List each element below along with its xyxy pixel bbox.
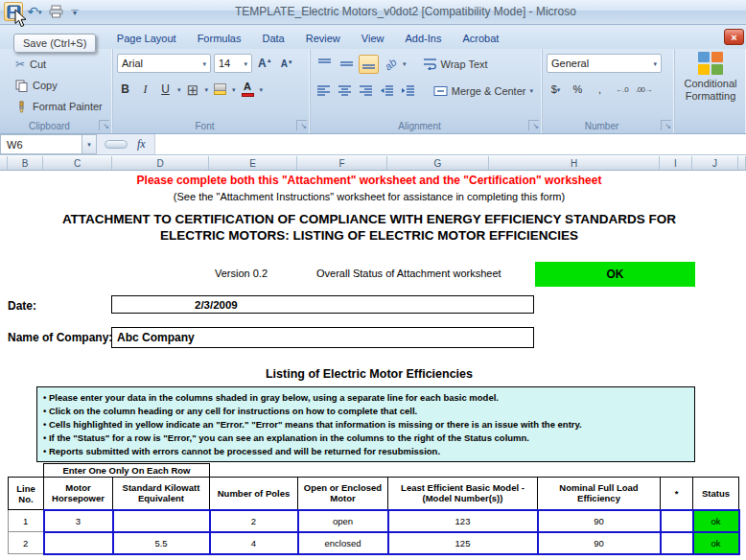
chevron-down-icon[interactable]: ▾ [205,86,209,93]
decrease-indent-button[interactable] [378,82,397,101]
column-header-h[interactable]: H [489,156,660,170]
company-field[interactable]: Abc Company [111,327,534,348]
decrease-decimal-button[interactable]: .00→ [635,80,653,99]
cell-poles[interactable]: 4 [210,532,298,554]
formula-input[interactable] [154,134,746,154]
borders-button[interactable]: ⊞ [185,80,201,99]
cell-efficiency[interactable]: 90 [538,532,661,554]
date-field[interactable]: 2/3/2009 [111,295,534,314]
col-header-kilowatt[interactable]: Standard Kilowatt Equivalent [113,478,210,510]
middle-align-button[interactable] [337,55,357,74]
insert-function-button[interactable]: fx [135,134,154,154]
cell-line-no[interactable]: 1 [9,510,44,532]
name-box-dropdown[interactable]: ▾ [82,134,97,154]
close-button[interactable]: × [724,29,744,45]
col-header-line-no[interactable]: Line No. [9,478,44,510]
cell-kilowatt[interactable] [113,510,210,532]
col-header-model[interactable]: Least Efficient Basic Model - (Model Num… [388,478,538,510]
cell-enclosure[interactable]: enclosed [298,532,388,554]
enter-one-only-header[interactable]: Enter One Only On Each Row [44,464,210,478]
cell-model[interactable]: 125 [388,532,538,554]
column-header-e[interactable]: E [209,156,297,170]
cell-star[interactable] [661,532,693,554]
align-center-button[interactable] [336,82,355,101]
col-header-enclosure[interactable]: Open or Enclosed Motor [298,478,388,510]
ribbon: ✂ Cut Copy Format Painter Clipboard ↘ [0,49,746,134]
tab-data[interactable]: Data [251,29,294,49]
merge-center-button[interactable]: Merge & Center ▾ [429,81,538,101]
italic-button[interactable]: I [137,80,153,99]
tab-formulas[interactable]: Formulas [187,29,252,49]
font-family-combobox[interactable]: Arial ▾ [117,54,211,73]
col-header-poles[interactable]: Number of Poles [210,478,298,510]
cut-button[interactable]: ✂ Cut [4,54,108,75]
top-align-button[interactable] [315,55,335,74]
chevron-down-icon[interactable]: ▾ [232,86,236,93]
font-size-value: 14 [219,58,230,69]
tab-acrobat[interactable]: Acrobat [452,29,509,49]
undo-button[interactable]: ↶ ▾ [25,2,44,21]
font-color-button[interactable]: A [240,80,256,99]
column-header-d[interactable]: D [112,156,209,170]
cell-star[interactable] [661,510,693,532]
percent-style-button[interactable]: % [569,80,587,99]
column-header-g[interactable]: G [387,156,489,170]
col-header-status[interactable]: Status [693,478,739,510]
cell-poles[interactable]: 2 [210,510,298,532]
tab-view[interactable]: View [351,29,395,49]
col-header-horsepower[interactable]: Motor Horsepower [44,478,113,510]
column-header-b[interactable]: B [8,156,43,170]
cell-horsepower[interactable]: 3 [44,510,113,532]
grow-font-button[interactable]: A▲ [255,57,275,70]
formula-bar: W6 ▾ fx [0,134,746,155]
col-header-star[interactable]: * [661,478,693,510]
font-size-combobox[interactable]: 14 ▾ [214,54,252,73]
cell-enclosure[interactable]: open [298,510,388,532]
cell-model[interactable]: 123 [388,510,538,532]
qat-customize-button[interactable]: —▾ [67,8,82,15]
bottom-align-button[interactable] [359,55,379,74]
column-header-i[interactable]: I [660,156,692,170]
cell-efficiency[interactable]: 90 [538,510,661,532]
bold-button[interactable]: B [117,80,133,99]
copy-button[interactable]: Copy [4,75,108,96]
col-header-efficiency[interactable]: Nominal Full Load Efficiency [538,478,661,510]
dialog-launcher-icon[interactable]: ↘ [296,120,307,130]
accounting-format-button[interactable]: $▾ [547,80,565,99]
tab-page-layout[interactable]: Page Layout [106,29,187,49]
chevron-down-icon[interactable]: ▾ [260,86,264,93]
column-header-c[interactable]: C [43,156,112,170]
shrink-font-button[interactable]: A▼ [278,58,296,69]
align-left-button[interactable] [315,82,334,101]
cell-horsepower[interactable] [44,532,113,554]
chevron-down-icon[interactable]: ▾ [403,60,407,67]
close-icon: × [731,32,736,43]
orientation-button[interactable]: ab [381,55,401,74]
column-header-f[interactable]: F [297,156,387,170]
cell-status[interactable]: ok [693,510,739,532]
tab-review[interactable]: Review [295,29,351,49]
dialog-launcher-icon[interactable]: ↘ [528,120,539,130]
cell-status[interactable]: ok [693,532,739,554]
wrap-text-button[interactable]: Wrap Text [418,54,493,74]
comma-style-button[interactable]: , [591,80,609,99]
increase-indent-button[interactable] [398,82,417,101]
print-button[interactable] [46,2,65,21]
number-format-combobox[interactable]: General ▾ [547,54,662,73]
cell-kilowatt[interactable]: 5.5 [113,532,210,554]
tab-add-ins[interactable]: Add-Ins [394,29,452,49]
format-painter-button[interactable]: Format Painter [4,96,108,117]
align-right-button[interactable] [357,82,376,101]
conditional-formatting-button[interactable]: Conditional Formatting [675,49,746,133]
fill-color-button[interactable] [212,80,228,99]
column-header-j[interactable]: J [692,156,738,170]
name-box[interactable]: W6 [0,134,82,154]
chevron-down-icon[interactable]: ▾ [177,86,181,93]
cell-line-no[interactable]: 2 [9,532,44,554]
instruction-bullet: • Click on the column heading or any cel… [43,405,688,418]
dialog-launcher-icon[interactable]: ↘ [99,120,109,130]
dialog-launcher-icon[interactable]: ↘ [661,120,671,130]
increase-decimal-button[interactable]: ←.0 [613,80,631,99]
column-header-a[interactable] [0,156,8,170]
underline-button[interactable]: U [157,80,174,99]
